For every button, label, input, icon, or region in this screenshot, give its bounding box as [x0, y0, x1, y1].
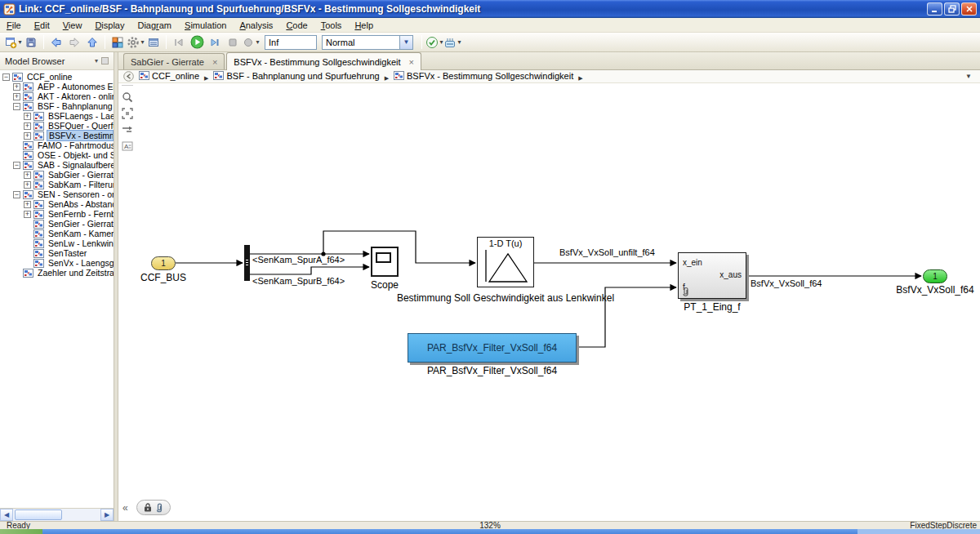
- collapse-toggle[interactable]: −: [13, 162, 20, 169]
- bus-selector-block[interactable]: [244, 245, 250, 281]
- tab-active[interactable]: BSFVx - Bestimmung Sollgeschwindigkeit×: [226, 52, 421, 70]
- save-button[interactable]: [22, 34, 40, 51]
- tree-item[interactable]: +AKT - Aktoren - online: [0, 91, 114, 101]
- pt1-subsystem-block[interactable]: x_ein f x_aus: [678, 252, 746, 299]
- minimize-button[interactable]: [927, 2, 942, 16]
- settings-dropdown-icon[interactable]: ▾: [140, 38, 144, 46]
- simulation-mode-button[interactable]: ▾: [242, 34, 260, 51]
- expand-toggle[interactable]: +: [24, 181, 31, 189]
- breadcrumb-item[interactable]: BSFVx - Bestimmung Sollgeschwindigkeit: [394, 71, 573, 81]
- step-forward-button[interactable]: [206, 34, 224, 51]
- settings-gear-button[interactable]: ▾: [127, 34, 145, 51]
- menu-item-edit[interactable]: Edit: [28, 19, 56, 32]
- collapse-toggle[interactable]: −: [13, 191, 20, 198]
- tree-item[interactable]: −BSF - Bahnplanung und Sp: [0, 101, 114, 111]
- tree-item[interactable]: +SabGier - Gierrate: [0, 170, 114, 180]
- tree-item[interactable]: −CCF_online: [0, 72, 114, 82]
- tree-item[interactable]: SenGier - Gierrate: [0, 219, 114, 229]
- zoom-tool-icon[interactable]: [118, 89, 136, 105]
- fit-to-view-icon[interactable]: [118, 105, 136, 122]
- browser-collapse-icon[interactable]: [101, 57, 109, 65]
- tree-item[interactable]: SenKam - Kamera: [0, 229, 114, 238]
- expand-toggle[interactable]: +: [13, 93, 20, 100]
- tab-close-icon[interactable]: ×: [409, 58, 414, 66]
- expand-toggle[interactable]: +: [13, 83, 20, 91]
- run-button[interactable]: [188, 34, 206, 51]
- library-browser-button[interactable]: [109, 34, 127, 51]
- update-diagram-button[interactable]: ▾: [425, 34, 443, 51]
- update-diagram-dropdown-icon[interactable]: ▾: [439, 38, 443, 46]
- hardware-board-button[interactable]: ▾: [443, 34, 461, 51]
- menu-item-simulation[interactable]: Simulation: [178, 19, 233, 32]
- simulation-mode-dropdown-icon[interactable]: ▾: [256, 38, 259, 46]
- tree-item[interactable]: +SenFernb - Fernbedie: [0, 209, 114, 219]
- model-configuration-button[interactable]: [145, 34, 163, 51]
- menu-item-file[interactable]: File: [0, 19, 28, 32]
- hardware-dropdown-icon[interactable]: ▾: [457, 38, 461, 46]
- step-back-button[interactable]: [170, 34, 188, 51]
- breadcrumb-back-button[interactable]: [123, 71, 134, 82]
- tree-item[interactable]: SenLw - Lenkwinkel: [0, 238, 114, 248]
- tree-item[interactable]: +AEP - Autonomes Einparke: [0, 82, 114, 91]
- simulation-mode-select[interactable]: Normal ▼: [322, 35, 413, 50]
- back-button[interactable]: [47, 34, 65, 51]
- stop-button[interactable]: [224, 34, 242, 51]
- tree-item[interactable]: +SenAbs - Abstandsse: [0, 199, 114, 209]
- new-model-dropdown-icon[interactable]: ▾: [18, 38, 21, 46]
- tree-item[interactable]: Zaehler und Zeitstrahl: [0, 268, 114, 278]
- tree-item[interactable]: −SEN - Sensoren - online: [0, 189, 114, 199]
- scrollbar-thumb[interactable]: [15, 510, 62, 520]
- link-paperclip-icon[interactable]: [154, 503, 163, 513]
- scrollbar-track[interactable]: [13, 509, 100, 521]
- stop-time-input[interactable]: [265, 35, 317, 50]
- tree-item[interactable]: −SAB - Signalaufbereitung: [0, 160, 114, 170]
- tree-item[interactable]: +BSFVx - Bestimmung S: [0, 131, 114, 140]
- tab-inactive[interactable]: SabGier - Gierrate×: [123, 53, 225, 69]
- restore-button[interactable]: [944, 2, 960, 16]
- browser-horizontal-scrollbar[interactable]: ◀ ▶: [0, 508, 114, 521]
- expand-toggle[interactable]: +: [24, 132, 31, 140]
- tree-item[interactable]: +BSFLaengs - Laengsfu: [0, 111, 114, 121]
- diagram-canvas[interactable]: A: [118, 83, 980, 521]
- tree-item[interactable]: FAMO - Fahrtmodus: [0, 140, 114, 150]
- close-button[interactable]: [961, 2, 977, 16]
- forward-button[interactable]: [65, 34, 83, 51]
- annotation-icon[interactable]: A: [118, 138, 136, 154]
- expand-toggle[interactable]: +: [24, 201, 31, 208]
- menu-item-display[interactable]: Display: [88, 19, 131, 32]
- menu-item-code[interactable]: Code: [279, 19, 314, 32]
- scroll-left-icon[interactable]: ◀: [0, 509, 13, 521]
- collapse-toggle[interactable]: −: [13, 103, 20, 110]
- expand-toggle[interactable]: +: [24, 211, 31, 218]
- browser-menu-icon[interactable]: ▾: [95, 57, 98, 65]
- expand-toggle[interactable]: +: [24, 122, 31, 130]
- breadcrumb-item[interactable]: BSF - Bahnplanung und Spurfuehrung: [213, 71, 379, 81]
- breadcrumb-item[interactable]: CCF_online: [139, 71, 199, 81]
- expand-toggle[interactable]: +: [24, 113, 31, 120]
- up-to-parent-button[interactable]: [83, 34, 101, 51]
- tab-close-icon[interactable]: ×: [212, 58, 217, 66]
- tree-item[interactable]: SenVx - Laengsgesch: [0, 258, 114, 268]
- tree-item[interactable]: OSE - Objekt- und Spurer: [0, 150, 114, 160]
- new-model-button[interactable]: ▾: [4, 34, 22, 51]
- lookup-table-block[interactable]: 1-D T(u): [477, 237, 534, 287]
- breadcrumb-end-caret-icon[interactable]: ▼: [965, 73, 972, 80]
- collapse-bar-icon[interactable]: «: [122, 502, 128, 514]
- lock-icon[interactable]: [144, 503, 152, 512]
- parameter-constant-block[interactable]: PAR_BsfVx_Filter_VxSoll_f64: [408, 333, 577, 363]
- scope-block[interactable]: [371, 247, 399, 277]
- menu-item-help[interactable]: Help: [348, 19, 380, 32]
- select-arrow-icon[interactable]: ▼: [399, 36, 412, 49]
- collapse-toggle[interactable]: −: [2, 73, 10, 81]
- signal-routing-icon[interactable]: [118, 122, 136, 138]
- outport-block[interactable]: 1: [923, 269, 947, 283]
- inport-block[interactable]: 1: [151, 256, 176, 270]
- tree-item[interactable]: +SabKam - Filterung Sp: [0, 180, 114, 189]
- expand-toggle[interactable]: +: [24, 171, 31, 179]
- menu-item-view[interactable]: View: [56, 19, 89, 32]
- menu-item-diagram[interactable]: Diagram: [131, 19, 178, 32]
- scroll-right-icon[interactable]: ▶: [100, 509, 114, 521]
- menu-item-tools[interactable]: Tools: [314, 19, 349, 32]
- tree-item[interactable]: SenTaster: [0, 248, 114, 258]
- menu-item-analysis[interactable]: Analysis: [233, 19, 279, 32]
